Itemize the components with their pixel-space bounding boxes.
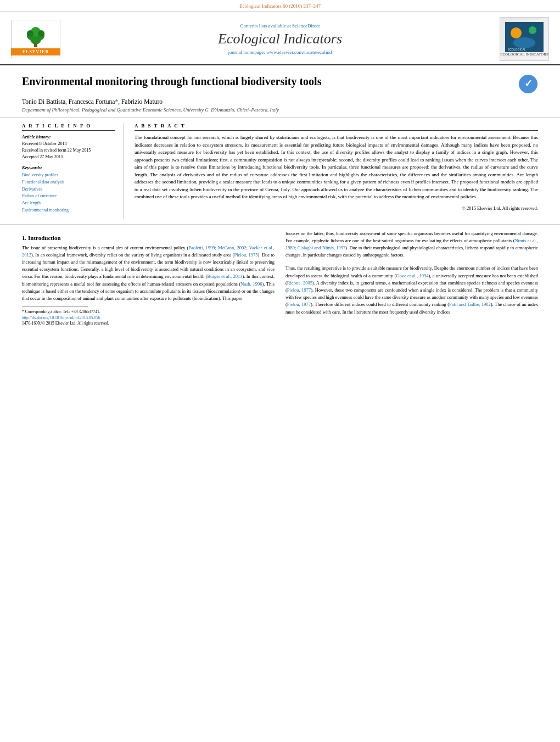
cite-pielou-1975[interactable]: Pielou, 1975 [234, 252, 257, 258]
journal-ref-text: Ecological Indicators 60 (2016) 237–247 [239, 3, 321, 9]
article-title-section: Environmental monitoring through functio… [0, 65, 560, 118]
svg-text:ECOLOGICAL: ECOLOGICAL [508, 48, 526, 51]
keyword-5: Arc length [22, 200, 115, 207]
footnote-divider [22, 306, 88, 307]
article-info-column: A R T I C L E I N F O Article history: R… [22, 123, 124, 219]
svg-point-9 [529, 26, 536, 34]
article-history-group: Article history: Received 8 October 2014… [22, 134, 115, 160]
keyword-3: Derivatives [22, 186, 115, 193]
cite-pielou-1977[interactable]: Pielou, 1977 [287, 287, 311, 293]
footnote-corresponding: * Corresponding author. Tel.: +39 328653… [22, 309, 275, 315]
journal-logo-icon: ECOLOGICAL [505, 22, 544, 52]
journal-header: ELSEVIER Contents lists available at Sci… [0, 12, 560, 65]
abstract-text: The foundational concept for our researc… [135, 134, 538, 201]
article-info-abstract-section: A R T I C L E I N F O Article history: R… [0, 118, 560, 225]
abstract-column: A B S T R A C T The foundational concept… [135, 123, 538, 219]
footnote-doi: http://dx.doi.org/10.1016/j.ecolind.2015… [22, 315, 275, 321]
tree-icon [19, 24, 52, 48]
cite-nash[interactable]: Nash, 1996 [240, 281, 262, 287]
crossmark-icon: ✓ [518, 74, 538, 94]
section1-right-text-2: Thus, the resulting imperative is to pro… [285, 265, 538, 315]
main-column-left: 1. Introduction The issue of preserving … [22, 230, 275, 327]
article-info-label: A R T I C L E I N F O [22, 123, 115, 131]
article-title-row: Environmental monitoring through functio… [22, 74, 538, 94]
doi-link[interactable]: http://dx.doi.org/10.1016/j.ecolind.2015… [22, 315, 100, 320]
authors-text: Tonio Di Battista, Francesca Fortuna [22, 98, 115, 105]
svg-point-6 [38, 30, 44, 37]
cite-ricotta[interactable]: Ricotta, 2005 [287, 280, 312, 286]
keyword-1: Biodiversity profiles [22, 172, 115, 179]
cite-patil[interactable]: Patil and Taillie, 1982 [449, 302, 491, 307]
keyword-2: Functional data analysis [22, 179, 115, 186]
received-date-1: Received 8 October 2014 [22, 141, 115, 147]
keywords-group: Keywords: Biodiversity profiles Function… [22, 165, 115, 214]
footnote-issn: 1470-160X/© 2015 Elsevier Ltd. All right… [22, 321, 275, 327]
history-title: Article history: [22, 134, 115, 140]
svg-point-8 [511, 27, 522, 38]
affiliation: Department of Philosophical, Pedagogical… [22, 107, 538, 113]
right-logo-text: ECOLOGICAL INDICATORS [500, 52, 548, 57]
cite-nimis[interactable]: Nimis et al., 1989; Cislaghi and Nimis, … [285, 238, 538, 250]
keyword-6: Environmental monitoring [22, 207, 115, 214]
journal-title: Ecological Indicators [60, 31, 500, 47]
article-title: Environmental monitoring through functio… [22, 74, 513, 88]
accepted-date: Accepted 27 May 2015 [22, 154, 115, 160]
homepage-url[interactable]: www.elsevier.com/locate/ecolind [266, 49, 332, 55]
section1-heading: 1. Introduction [22, 235, 275, 241]
journal-reference: Ecological Indicators 60 (2016) 237–247 [0, 0, 560, 12]
section1-left-text: The issue of preserving biodiversity is … [22, 244, 275, 302]
received-revised-date: Received in revised form 22 May 2015 [22, 147, 115, 154]
cite-burger[interactable]: Burger et al., 2013 [207, 274, 242, 279]
main-column-right: focuses on the latter; thus, biodiversit… [285, 230, 538, 327]
keywords-title: Keywords: [22, 165, 115, 170]
authors: Tonio Di Battista, Francesca Fortuna*, F… [22, 98, 538, 105]
copyright-line: © 2015 Elsevier Ltd. All rights reserved… [135, 205, 538, 211]
keyword-4: Radius of curvature [22, 193, 115, 200]
authors-text2: , Fabrizio Maturo [118, 98, 163, 105]
abstract-label: A B S T R A C T [135, 123, 538, 131]
svg-point-5 [27, 30, 33, 37]
cite-gove[interactable]: Gove et al., 1994 [396, 273, 428, 278]
contents-line: Contents lists available at ScienceDirec… [60, 23, 500, 29]
journal-logo: ECOLOGICAL ECOLOGICAL INDICATORS [500, 17, 549, 61]
sciencedirect-link[interactable]: ScienceDirect [292, 23, 320, 29]
homepage-line: journal homepage: www.elsevier.com/locat… [60, 49, 500, 55]
elsevier-logo: ELSEVIER [11, 20, 60, 58]
section1-right-text-1: focuses on the latter; thus, biodiversit… [285, 230, 538, 259]
contents-text: Contents lists available at [240, 23, 291, 29]
svg-text:✓: ✓ [524, 78, 533, 89]
elsevier-badge: ELSEVIER [11, 48, 60, 55]
cite-pielou-1977b[interactable]: Pielou, 1977 [287, 302, 311, 307]
homepage-text: journal homepage: [228, 49, 265, 55]
main-body: 1. Introduction The issue of preserving … [0, 225, 560, 332]
journal-center-info: Contents lists available at ScienceDirec… [60, 23, 500, 55]
svg-point-10 [513, 37, 535, 48]
